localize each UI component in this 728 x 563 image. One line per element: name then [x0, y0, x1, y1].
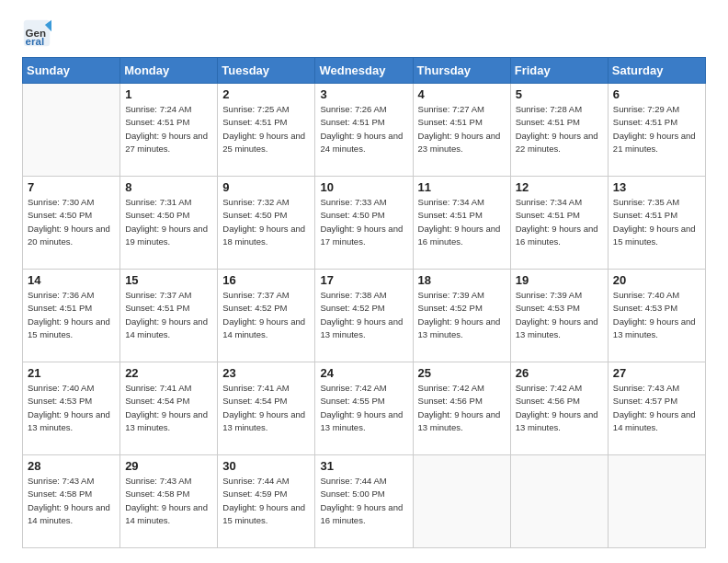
day-info: Sunrise: 7:37 AMSunset: 4:52 PMDaylight:…	[222, 289, 310, 341]
day-cell: 29Sunrise: 7:43 AMSunset: 4:58 PMDayligh…	[120, 455, 218, 548]
day-info: Sunrise: 7:37 AMSunset: 4:51 PMDaylight:…	[125, 289, 212, 341]
day-number: 20	[613, 273, 700, 287]
day-number: 16	[222, 273, 310, 287]
week-row-5: 28Sunrise: 7:43 AMSunset: 4:58 PMDayligh…	[23, 455, 706, 548]
day-cell: 3Sunrise: 7:26 AMSunset: 4:51 PMDaylight…	[315, 84, 413, 177]
day-number: 23	[222, 366, 310, 380]
day-info: Sunrise: 7:35 AMSunset: 4:51 PMDaylight:…	[613, 196, 700, 248]
day-cell: 11Sunrise: 7:34 AMSunset: 4:51 PMDayligh…	[413, 177, 510, 270]
day-number: 28	[28, 459, 115, 473]
day-info: Sunrise: 7:25 AMSunset: 4:51 PMDaylight:…	[222, 103, 310, 155]
weekday-header-friday: Friday	[510, 58, 608, 84]
day-info: Sunrise: 7:24 AMSunset: 4:51 PMDaylight:…	[125, 103, 212, 155]
day-number: 30	[222, 459, 310, 473]
day-cell	[510, 455, 608, 548]
day-cell: 8Sunrise: 7:31 AMSunset: 4:50 PMDaylight…	[120, 177, 218, 270]
day-cell	[23, 84, 120, 177]
weekday-header-tuesday: Tuesday	[218, 58, 315, 84]
day-number: 4	[418, 87, 506, 101]
day-cell: 16Sunrise: 7:37 AMSunset: 4:52 PMDayligh…	[218, 270, 315, 362]
day-info: Sunrise: 7:44 AMSunset: 5:00 PMDaylight:…	[320, 475, 407, 527]
weekday-header-monday: Monday	[120, 58, 218, 84]
day-number: 2	[222, 87, 310, 101]
day-number: 12	[516, 180, 603, 194]
day-number: 26	[516, 366, 603, 380]
day-cell: 22Sunrise: 7:41 AMSunset: 4:54 PMDayligh…	[120, 362, 218, 455]
day-info: Sunrise: 7:32 AMSunset: 4:50 PMDaylight:…	[222, 196, 310, 248]
day-cell: 24Sunrise: 7:42 AMSunset: 4:55 PMDayligh…	[315, 362, 413, 455]
day-cell: 18Sunrise: 7:39 AMSunset: 4:52 PMDayligh…	[413, 270, 510, 362]
day-number: 15	[125, 273, 212, 287]
header: Gen eral	[22, 18, 706, 48]
day-number: 21	[28, 366, 115, 380]
day-info: Sunrise: 7:43 AMSunset: 4:58 PMDaylight:…	[125, 475, 212, 527]
svg-text:eral: eral	[26, 36, 45, 47]
day-cell	[608, 455, 705, 548]
week-row-4: 21Sunrise: 7:40 AMSunset: 4:53 PMDayligh…	[23, 362, 706, 455]
day-info: Sunrise: 7:34 AMSunset: 4:51 PMDaylight:…	[516, 196, 603, 248]
day-cell: 21Sunrise: 7:40 AMSunset: 4:53 PMDayligh…	[23, 362, 120, 455]
week-row-2: 7Sunrise: 7:30 AMSunset: 4:50 PMDaylight…	[23, 177, 706, 270]
day-info: Sunrise: 7:40 AMSunset: 4:53 PMDaylight:…	[613, 289, 700, 341]
day-number: 8	[125, 180, 212, 194]
day-cell: 15Sunrise: 7:37 AMSunset: 4:51 PMDayligh…	[120, 270, 218, 362]
day-number: 10	[320, 180, 407, 194]
day-number: 27	[613, 366, 700, 380]
weekday-header-row: SundayMondayTuesdayWednesdayThursdayFrid…	[23, 58, 706, 84]
day-number: 6	[613, 87, 700, 101]
day-info: Sunrise: 7:26 AMSunset: 4:51 PMDaylight:…	[320, 103, 407, 155]
day-number: 19	[516, 273, 603, 287]
day-info: Sunrise: 7:28 AMSunset: 4:51 PMDaylight:…	[516, 103, 603, 155]
day-cell: 7Sunrise: 7:30 AMSunset: 4:50 PMDaylight…	[23, 177, 120, 270]
day-info: Sunrise: 7:42 AMSunset: 4:56 PMDaylight:…	[418, 382, 506, 434]
day-cell: 19Sunrise: 7:39 AMSunset: 4:53 PMDayligh…	[510, 270, 608, 362]
day-cell: 25Sunrise: 7:42 AMSunset: 4:56 PMDayligh…	[413, 362, 510, 455]
day-cell: 9Sunrise: 7:32 AMSunset: 4:50 PMDaylight…	[218, 177, 315, 270]
day-cell: 23Sunrise: 7:41 AMSunset: 4:54 PMDayligh…	[218, 362, 315, 455]
day-cell: 6Sunrise: 7:29 AMSunset: 4:51 PMDaylight…	[608, 84, 705, 177]
day-cell: 28Sunrise: 7:43 AMSunset: 4:58 PMDayligh…	[23, 455, 120, 548]
calendar-table: SundayMondayTuesdayWednesdayThursdayFrid…	[22, 57, 706, 548]
day-number: 11	[418, 180, 506, 194]
day-cell: 27Sunrise: 7:43 AMSunset: 4:57 PMDayligh…	[608, 362, 705, 455]
day-cell: 14Sunrise: 7:36 AMSunset: 4:51 PMDayligh…	[23, 270, 120, 362]
day-number: 5	[516, 87, 603, 101]
day-number: 17	[320, 273, 407, 287]
day-number: 13	[613, 180, 700, 194]
day-info: Sunrise: 7:33 AMSunset: 4:50 PMDaylight:…	[320, 196, 407, 248]
day-info: Sunrise: 7:36 AMSunset: 4:51 PMDaylight:…	[28, 289, 115, 341]
day-cell: 31Sunrise: 7:44 AMSunset: 5:00 PMDayligh…	[315, 455, 413, 548]
day-number: 18	[418, 273, 506, 287]
day-info: Sunrise: 7:42 AMSunset: 4:55 PMDaylight:…	[320, 382, 407, 434]
day-info: Sunrise: 7:34 AMSunset: 4:51 PMDaylight:…	[418, 196, 506, 248]
day-cell: 12Sunrise: 7:34 AMSunset: 4:51 PMDayligh…	[510, 177, 608, 270]
day-cell: 17Sunrise: 7:38 AMSunset: 4:52 PMDayligh…	[315, 270, 413, 362]
day-number: 29	[125, 459, 212, 473]
day-number: 31	[320, 459, 407, 473]
week-row-3: 14Sunrise: 7:36 AMSunset: 4:51 PMDayligh…	[23, 270, 706, 362]
day-number: 24	[320, 366, 407, 380]
day-cell: 13Sunrise: 7:35 AMSunset: 4:51 PMDayligh…	[608, 177, 705, 270]
day-cell: 1Sunrise: 7:24 AMSunset: 4:51 PMDaylight…	[120, 84, 218, 177]
day-cell: 26Sunrise: 7:42 AMSunset: 4:56 PMDayligh…	[510, 362, 608, 455]
day-info: Sunrise: 7:39 AMSunset: 4:53 PMDaylight:…	[516, 289, 603, 341]
day-cell: 4Sunrise: 7:27 AMSunset: 4:51 PMDaylight…	[413, 84, 510, 177]
day-cell	[413, 455, 510, 548]
day-info: Sunrise: 7:41 AMSunset: 4:54 PMDaylight:…	[222, 382, 310, 434]
weekday-header-saturday: Saturday	[608, 58, 705, 84]
day-info: Sunrise: 7:43 AMSunset: 4:57 PMDaylight:…	[613, 382, 700, 434]
day-info: Sunrise: 7:27 AMSunset: 4:51 PMDaylight:…	[418, 103, 506, 155]
day-cell: 5Sunrise: 7:28 AMSunset: 4:51 PMDaylight…	[510, 84, 608, 177]
day-number: 9	[222, 180, 310, 194]
day-info: Sunrise: 7:44 AMSunset: 4:59 PMDaylight:…	[222, 475, 310, 527]
day-info: Sunrise: 7:29 AMSunset: 4:51 PMDaylight:…	[613, 103, 700, 155]
day-cell: 30Sunrise: 7:44 AMSunset: 4:59 PMDayligh…	[218, 455, 315, 548]
logo-icon: Gen eral	[22, 18, 51, 48]
day-number: 7	[28, 180, 115, 194]
day-info: Sunrise: 7:43 AMSunset: 4:58 PMDaylight:…	[28, 475, 115, 527]
day-cell: 2Sunrise: 7:25 AMSunset: 4:51 PMDaylight…	[218, 84, 315, 177]
day-cell: 20Sunrise: 7:40 AMSunset: 4:53 PMDayligh…	[608, 270, 705, 362]
day-info: Sunrise: 7:30 AMSunset: 4:50 PMDaylight:…	[28, 196, 115, 248]
weekday-header-sunday: Sunday	[23, 58, 120, 84]
weekday-header-thursday: Thursday	[413, 58, 510, 84]
